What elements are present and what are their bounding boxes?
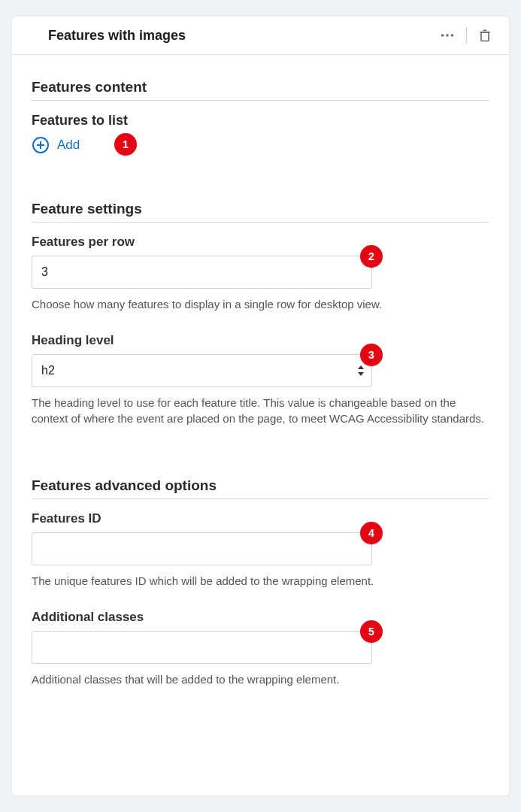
panel-header: Features with images (12, 17, 509, 55)
heading-level-value: h2 (41, 364, 55, 377)
features-panel: Features with images Features content (12, 17, 509, 795)
delete-icon[interactable] (477, 27, 492, 44)
features-per-row-help: Choose how many features to display in a… (32, 296, 489, 312)
svg-point-1 (446, 34, 449, 37)
field-features-id: Features ID 4 The unique features ID whi… (32, 511, 489, 589)
annotation-badge: 4 (360, 522, 383, 544)
add-feature-button[interactable]: Add (32, 136, 80, 154)
features-per-row-input[interactable] (32, 256, 372, 289)
annotation-badge: 1 (114, 133, 137, 156)
annotation-badge: 3 (360, 344, 383, 366)
divider (32, 498, 489, 499)
plus-circle-icon (32, 136, 50, 154)
heading-level-label: Heading level (32, 333, 489, 348)
additional-classes-help: Additional classes that will be added to… (32, 671, 489, 687)
field-heading-level: Heading level h2 3 The heading level to … (32, 333, 489, 426)
field-additional-classes: Additional classes 5 Additional classes … (32, 610, 489, 687)
divider (32, 222, 489, 223)
svg-rect-3 (481, 32, 489, 41)
svg-point-0 (441, 34, 444, 37)
annotation-badge: 2 (360, 245, 383, 268)
svg-point-2 (451, 34, 454, 37)
section-feature-settings-title: Feature settings (32, 201, 489, 217)
features-id-input[interactable] (32, 532, 372, 565)
additional-classes-input[interactable] (32, 631, 372, 664)
features-per-row-label: Features per row (32, 235, 489, 250)
more-options-icon[interactable] (439, 27, 456, 44)
field-features-per-row: Features per row 2 Choose how many featu… (32, 235, 489, 312)
add-feature-label: Add (57, 138, 80, 153)
features-id-label: Features ID (32, 511, 489, 526)
features-to-list-heading: Features to list (32, 113, 489, 129)
divider (466, 27, 467, 44)
panel-title: Features with images (48, 28, 439, 44)
divider (32, 100, 489, 101)
section-features-content-title: Features content (32, 79, 489, 95)
heading-level-select[interactable]: h2 (32, 354, 372, 387)
section-advanced-title: Features advanced options (32, 477, 489, 494)
heading-level-help: The heading level to use for each featur… (32, 395, 489, 426)
additional-classes-label: Additional classes (32, 610, 489, 625)
annotation-badge: 5 (360, 620, 383, 643)
features-id-help: The unique features ID which will be add… (32, 573, 489, 589)
